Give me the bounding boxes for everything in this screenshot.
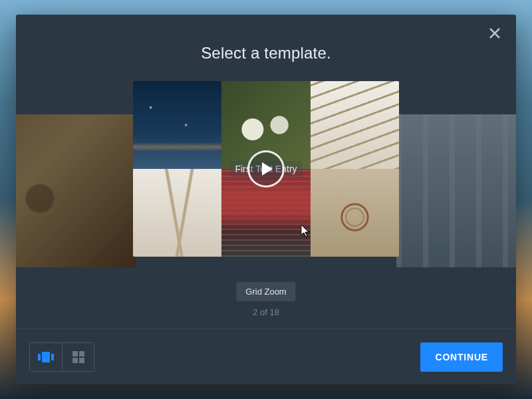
play-button[interactable] [247,150,285,188]
modal-title: Select a template. [16,44,516,63]
svg-rect-6 [79,351,84,356]
close-button[interactable] [487,25,503,41]
view-carousel-button[interactable] [30,343,62,371]
svg-rect-7 [72,358,78,363]
close-icon [489,27,501,39]
grid-view-icon [72,351,84,363]
template-counter: 2 of 18 [253,307,279,317]
template-picker-modal: Select a template. xt Entry nd Text Entr… [16,15,516,384]
svg-rect-8 [79,358,84,363]
grid-cell [133,81,221,169]
grid-cell [311,169,399,257]
svg-rect-5 [72,351,78,356]
template-slide-prev[interactable] [16,114,136,267]
template-carousel: xt Entry nd Text Entry First Text E Subt… [16,81,516,329]
template-name-badge: Grid Zoom [236,282,295,301]
svg-rect-2 [38,354,41,360]
carousel-view-icon [38,352,54,362]
modal-footer: CONTINUE [16,329,516,384]
grid-cell [311,81,399,169]
svg-rect-3 [42,352,50,362]
continue-button[interactable]: CONTINUE [420,342,503,372]
template-slide-next[interactable] [396,114,516,267]
view-grid-button[interactable] [62,343,94,371]
view-toggle [29,342,94,372]
svg-rect-4 [51,354,54,360]
grid-cell [133,169,221,257]
template-slide-current[interactable]: First Text Entry [133,81,399,257]
